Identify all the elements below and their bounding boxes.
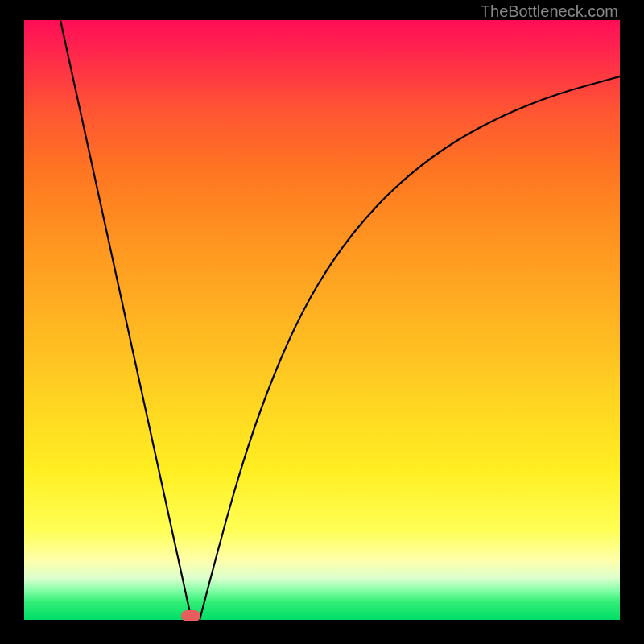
chart-svg — [24, 20, 620, 620]
chart-plot-area — [24, 20, 620, 620]
minimum-marker — [181, 610, 200, 621]
left-linear-segment — [60, 20, 192, 620]
right-curve-segment — [200, 76, 620, 620]
watermark-text: TheBottleneck.com — [481, 2, 618, 21]
